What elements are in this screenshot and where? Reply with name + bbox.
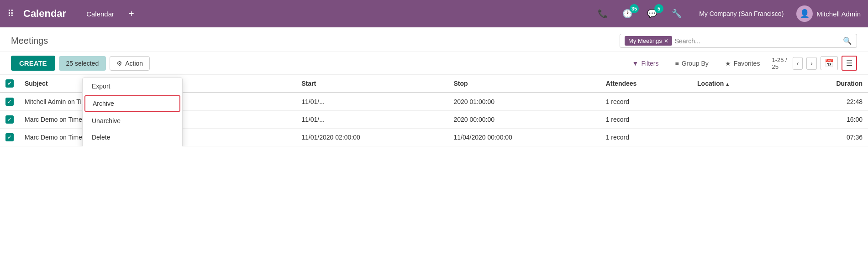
- groupby-icon: ≡: [675, 60, 679, 67]
- favorites-icon: ★: [725, 60, 731, 67]
- nav-add[interactable]: +: [125, 7, 138, 21]
- select-all-checkbox[interactable]: ✓: [5, 79, 14, 88]
- row-checkbox-cell-1[interactable]: ✓: [0, 93, 19, 111]
- tools-icon[interactable]: 🔧: [667, 6, 686, 21]
- pagination-next[interactable]: ›: [806, 57, 817, 70]
- row-location-3: [692, 129, 787, 146]
- filters-button[interactable]: ▼ Filters: [626, 57, 665, 70]
- groupby-label: Group By: [682, 60, 709, 67]
- groupby-button[interactable]: ≡ Group By: [669, 57, 715, 70]
- row-checkbox-3[interactable]: ✓: [5, 133, 14, 141]
- search-bar: My Meetings ✕ 🔍: [620, 34, 857, 48]
- row-location-2: [692, 111, 787, 129]
- clock-badge: 35: [630, 4, 639, 13]
- col-header-start: Start: [296, 75, 448, 93]
- row-attendees-2: 1 record: [600, 111, 692, 129]
- row-duration-2: 16:00: [787, 111, 868, 129]
- row-checkbox-cell-3[interactable]: ✓: [0, 129, 19, 146]
- search-input[interactable]: [675, 37, 840, 45]
- search-icon[interactable]: 🔍: [843, 36, 852, 45]
- row-checkbox-2[interactable]: ✓: [5, 115, 14, 124]
- username: Mitchell Admin: [816, 10, 861, 18]
- row-stop-3: 11/04/2020 00:00:00: [448, 129, 600, 146]
- row-checkbox-1[interactable]: ✓: [5, 98, 14, 106]
- topbar: ⠿ Calendar Calendar + 📞 🕐 35 💬 5 🔧 My Co…: [0, 0, 868, 27]
- selected-badge: 25 selected: [59, 56, 106, 71]
- clock-icon[interactable]: 🕐 35: [618, 6, 637, 21]
- row-start-3: 11/01/2020 02:00:00: [296, 129, 448, 146]
- row-checkbox-cell-2[interactable]: ✓: [0, 111, 19, 129]
- filters-label: Filters: [641, 60, 658, 67]
- page-title: Meetings: [11, 36, 48, 46]
- dropdown-delete[interactable]: Delete: [83, 129, 182, 145]
- col-header-stop: Stop: [448, 75, 600, 93]
- nav-calendar[interactable]: Calendar: [81, 7, 120, 21]
- row-start-1: 11/01/...: [296, 93, 448, 111]
- action-label: Action: [125, 60, 143, 67]
- phone-icon[interactable]: 📞: [593, 6, 612, 21]
- select-all-cell[interactable]: ✓: [0, 75, 19, 93]
- filter-icon: ▼: [632, 60, 639, 67]
- dropdown-export[interactable]: Export: [83, 78, 182, 94]
- create-button[interactable]: CREATE: [11, 56, 55, 71]
- action-toolbar: CREATE 25 selected ⚙ Action ▼ Filters ≡ …: [0, 52, 868, 75]
- row-duration-3: 07:36: [787, 129, 868, 146]
- company-name: My Company (San Francisco): [699, 10, 784, 17]
- row-location-1: [692, 93, 787, 111]
- avatar: 👤: [796, 5, 813, 22]
- action-button[interactable]: ⚙ Action: [110, 56, 150, 71]
- remove-filter-icon[interactable]: ✕: [664, 38, 668, 44]
- dropdown-archive[interactable]: Archive: [84, 95, 180, 112]
- app-name: Calendar: [23, 8, 66, 20]
- favorites-label: Favorites: [734, 60, 760, 67]
- chat-badge: 5: [654, 4, 663, 13]
- chat-icon[interactable]: 💬 5: [642, 6, 662, 21]
- list-view-button[interactable]: ☰: [842, 56, 857, 71]
- grid-icon[interactable]: ⠿: [7, 8, 14, 19]
- search-filter-tag[interactable]: My Meetings ✕: [625, 36, 672, 46]
- row-stop-2: 2020 00:00:00: [448, 111, 600, 129]
- dropdown-unarchive[interactable]: Unarchive: [83, 113, 182, 129]
- dropdown-sms[interactable]: Send SMS to attendees: [83, 145, 182, 146]
- filter-label: My Meetings: [628, 37, 662, 44]
- row-stop-1: 2020 01:00:00: [448, 93, 600, 111]
- row-duration-1: 22:48: [787, 93, 868, 111]
- user-menu[interactable]: 👤 Mitchell Admin: [796, 5, 861, 22]
- col-header-duration: Duration: [787, 75, 868, 93]
- favorites-button[interactable]: ★ Favorites: [719, 57, 767, 70]
- subheader: Meetings My Meetings ✕ 🔍: [0, 27, 868, 52]
- pagination-info: 1-25 /25: [772, 57, 787, 70]
- pagination-prev[interactable]: ‹: [793, 57, 803, 70]
- row-attendees-1: 1 record: [600, 93, 692, 111]
- gear-icon: ⚙: [116, 60, 122, 67]
- calendar-view-button[interactable]: 📅: [821, 56, 838, 70]
- action-dropdown: Export Archive Unarchive Delete Send SMS…: [82, 78, 183, 146]
- col-header-location[interactable]: Location: [692, 75, 787, 93]
- row-start-2: 11/01/...: [296, 111, 448, 129]
- col-header-attendees: Attendees: [600, 75, 692, 93]
- row-attendees-3: 1 record: [600, 129, 692, 146]
